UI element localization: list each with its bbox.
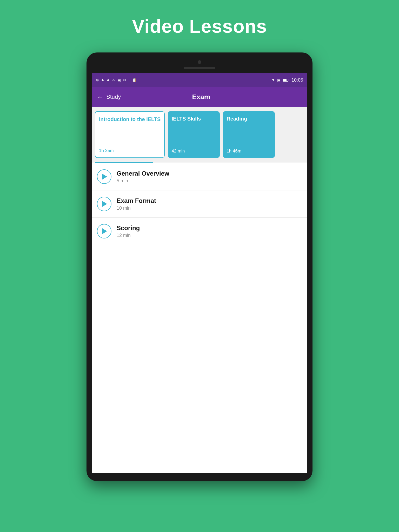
category-tabs: Introduction to the IELTS 1h 25m IELTS S… [92, 107, 307, 162]
sim-icon: ▣ [277, 78, 281, 82]
lesson-item-2[interactable]: Exam Format 10 min [92, 190, 307, 218]
play-button-2[interactable] [97, 197, 111, 211]
battery-icon [283, 79, 289, 82]
category-tab-title-0: Introduction to the IELTS [99, 116, 161, 123]
warning-icon: ⚠ [112, 78, 115, 82]
lesson-duration-2: 10 min [117, 205, 156, 211]
mail-icon: ✉ [123, 78, 126, 82]
lesson-item-3[interactable]: Scoring 12 min [92, 218, 307, 245]
play-button-1[interactable] [97, 169, 111, 184]
lesson-item-1[interactable]: General Overview 5 min [92, 163, 307, 190]
key2-icon: ♟ [107, 78, 110, 82]
image-icon: ▣ [117, 78, 121, 82]
lesson-title-3: Scoring [117, 224, 140, 232]
category-tab-duration-0: 1h 25m [99, 148, 161, 153]
tablet-screen: ⊕ ♟ ♟ ⚠ ▣ ✉ ↓ 📋 ▼ ▣ [92, 73, 307, 473]
lesson-info-3: Scoring 12 min [117, 224, 140, 238]
lesson-info-2: Exam Format 10 min [117, 197, 156, 211]
lesson-list: General Overview 5 min Exam Format 10 mi… [92, 163, 307, 473]
lesson-title-1: General Overview [117, 170, 169, 177]
lesson-duration-1: 5 min [117, 178, 169, 184]
status-icons-right: ▼ ▣ 10:05 [271, 77, 303, 83]
key1-icon: ♟ [101, 78, 104, 82]
category-tab-intro[interactable]: Introduction to the IELTS 1h 25m [95, 111, 165, 158]
tablet-camera [198, 60, 201, 64]
status-time: 10:05 [291, 77, 303, 83]
category-tab-title-2: Reading [227, 115, 271, 122]
back-arrow-icon: ← [97, 93, 104, 101]
app-bar: ← Study Exam [92, 87, 307, 107]
wifi-icon: ▼ [271, 78, 275, 82]
download-icon: ↓ [128, 78, 130, 82]
category-tab-skills[interactable]: IELTS Skills 42 min [168, 111, 220, 158]
category-tab-title-1: IELTS Skills [171, 115, 216, 122]
category-tab-reading[interactable]: Reading 1h 46m [223, 111, 275, 158]
back-label: Study [106, 94, 121, 100]
play-icon-1 [102, 174, 107, 179]
hash-icon: ⊕ [96, 78, 99, 82]
tablet-frame: ⊕ ♟ ♟ ⚠ ▣ ✉ ↓ 📋 ▼ ▣ [87, 52, 312, 481]
category-tab-duration-1: 42 min [171, 149, 216, 154]
status-icons-left: ⊕ ♟ ♟ ⚠ ▣ ✉ ↓ 📋 [96, 78, 136, 82]
play-button-3[interactable] [97, 224, 111, 238]
lesson-info-1: General Overview 5 min [117, 170, 169, 184]
lesson-duration-3: 12 min [117, 233, 140, 238]
app-bar-title: Exam [121, 93, 281, 101]
page-title: Video Lessons [132, 16, 267, 37]
status-bar: ⊕ ♟ ♟ ⚠ ▣ ✉ ↓ 📋 ▼ ▣ [92, 73, 307, 87]
category-tab-duration-2: 1h 46m [227, 149, 271, 154]
play-icon-2 [102, 201, 107, 207]
clipboard-icon: 📋 [132, 78, 136, 82]
play-icon-3 [102, 228, 107, 234]
tablet-speaker [184, 67, 215, 69]
lesson-title-2: Exam Format [117, 197, 156, 204]
back-button[interactable]: ← Study [97, 93, 121, 101]
